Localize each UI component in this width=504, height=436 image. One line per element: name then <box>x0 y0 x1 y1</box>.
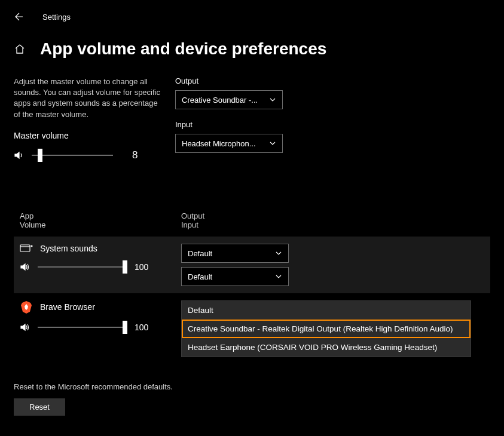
apps-col-input: Input <box>181 220 301 229</box>
svg-rect-0 <box>20 245 30 251</box>
master-volume-label: Master volume <box>14 131 163 140</box>
output-label: Output <box>175 76 490 85</box>
speaker-icon <box>20 262 30 272</box>
app-row-system-sounds: System sounds 100 Default <box>14 237 490 293</box>
reset-description: Reset to the Microsoft recommended defau… <box>14 382 490 391</box>
page-title: App volume and device preferences <box>40 39 326 59</box>
back-icon[interactable] <box>14 12 23 22</box>
home-icon[interactable] <box>14 43 40 55</box>
brave-output-dropdown[interactable]: Default Creative Soundbar - Realtek Digi… <box>181 300 471 357</box>
system-volume-slider[interactable] <box>38 266 127 268</box>
apps-col-volume: Volume <box>20 220 181 229</box>
master-description: Adjust the master volume to change all s… <box>14 76 163 120</box>
svg-point-1 <box>31 245 32 247</box>
output-select[interactable]: Creative Soundbar -... <box>175 90 283 109</box>
chevron-down-icon <box>269 140 276 147</box>
chevron-down-icon <box>275 273 282 280</box>
brave-volume-slider[interactable] <box>38 327 127 328</box>
chevron-down-icon <box>275 250 282 257</box>
app-name-system: System sounds <box>40 244 97 253</box>
brave-volume-value: 100 <box>135 323 148 332</box>
system-input-select[interactable]: Default <box>181 267 289 286</box>
apps-col-output: Output <box>181 211 301 220</box>
master-volume-slider[interactable] <box>32 155 113 156</box>
system-volume-value: 100 <box>135 262 148 272</box>
speaker-icon <box>14 150 25 161</box>
system-output-select[interactable]: Default <box>181 244 289 263</box>
app-row-brave-browser: Brave Browser 100 Default Creative Sound… <box>14 293 490 364</box>
input-select[interactable]: Headset Microphon... <box>175 134 283 153</box>
input-label: Input <box>175 120 490 129</box>
brave-icon <box>20 300 33 314</box>
system-output-value: Default <box>188 249 212 258</box>
chevron-down-icon <box>269 96 276 103</box>
speaker-icon <box>20 322 30 333</box>
apps-col-app: App <box>20 211 181 220</box>
input-selected-value: Headset Microphon... <box>182 139 256 148</box>
app-name-brave: Brave Browser <box>40 302 95 312</box>
dropdown-option-default[interactable]: Default <box>182 301 471 320</box>
system-input-value: Default <box>188 272 212 281</box>
reset-button[interactable]: Reset <box>14 398 65 416</box>
master-volume-value: 8 <box>132 149 138 161</box>
dropdown-option-soundbar[interactable]: Creative Soundbar - Realtek Digital Outp… <box>182 320 471 338</box>
dropdown-option-headset[interactable]: Headset Earphone (CORSAIR VOID PRO Wirel… <box>182 338 471 357</box>
output-selected-value: Creative Soundbar -... <box>182 96 258 105</box>
header-title: Settings <box>42 13 71 22</box>
system-sounds-icon <box>20 244 33 253</box>
